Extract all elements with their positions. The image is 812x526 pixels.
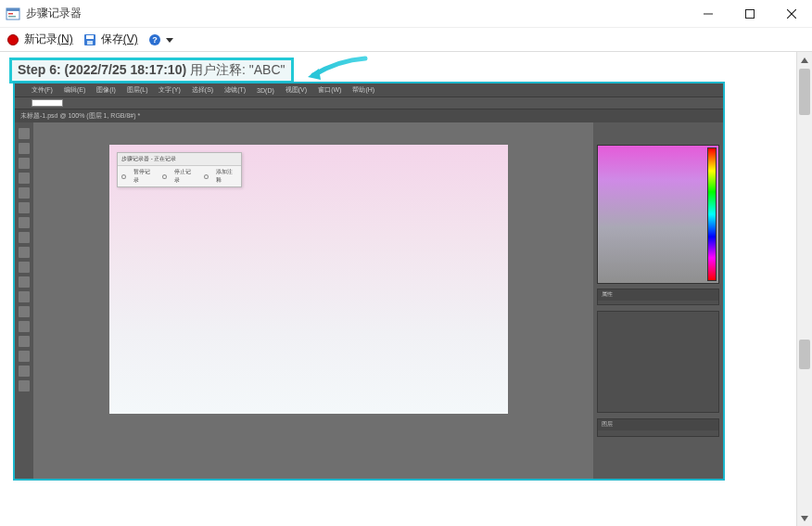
svg-rect-2: [8, 13, 13, 15]
save-button[interactable]: 保存(V): [82, 32, 138, 47]
inner-tool-icon: [19, 143, 30, 154]
step-description: 用户注释: "ABC": [190, 62, 285, 77]
inner-dialog-row: 暂停记录 停止记录 添加注释: [118, 166, 241, 186]
step-screenshot: 文件(F) 编辑(E) 图像(I) 图层(L) 文字(Y) 选择(S) 滤镜(T…: [13, 82, 725, 481]
inner-color-panel: [597, 145, 719, 284]
inner-tool-icon: [19, 232, 30, 243]
inner-menu-item: 帮助(H): [352, 85, 374, 95]
minimize-button[interactable]: [687, 0, 729, 28]
inner-toolbox: [15, 122, 33, 479]
inner-canvas: 步骤记录器 - 正在记录 暂停记录 停止记录 添加注释: [109, 145, 508, 414]
window-titlebar: 步骤记录器: [0, 0, 812, 28]
inner-menu-item: 图像(I): [96, 85, 116, 95]
inner-psr-dialog: 步骤记录器 - 正在记录 暂停记录 停止记录 添加注释: [117, 152, 242, 187]
inner-tab-strip: 未标题-1.psd @ 100% (图层 1, RGB/8#) *: [15, 109, 723, 122]
record-icon: [6, 32, 20, 47]
inner-panel-header: 属性: [598, 289, 718, 301]
scroll-up-icon[interactable]: [797, 52, 812, 68]
radio-icon: [121, 174, 126, 179]
step-timestamp: Step 6: (2022/7/25 18:17:10): [18, 62, 190, 77]
radio-icon: [204, 174, 209, 179]
svg-marker-16: [801, 516, 808, 521]
inner-panel: 属性: [597, 289, 719, 305]
inner-tool-icon: [19, 262, 30, 273]
inner-app-menubar: 文件(F) 编辑(E) 图像(I) 图层(L) 文字(Y) 选择(S) 滤镜(T…: [15, 83, 723, 96]
svg-rect-3: [8, 16, 16, 18]
inner-menu-item: 图层(L): [127, 85, 148, 95]
scroll-thumb[interactable]: [799, 340, 810, 369]
inner-tool-icon: [19, 202, 30, 213]
inner-menu-item: 文字(Y): [159, 85, 180, 95]
inner-menu-item: 滤镜(T): [224, 85, 246, 95]
inner-tool-icon: [19, 158, 30, 169]
inner-tool-icon: [19, 321, 30, 332]
inner-menu-item: 文件(F): [32, 85, 53, 95]
inner-options-bar: [15, 96, 723, 109]
inner-menu-item: 窗口(W): [318, 85, 341, 95]
svg-marker-13: [166, 38, 173, 43]
new-record-button[interactable]: 新记录(N): [6, 32, 73, 47]
svg-rect-9: [86, 35, 94, 39]
help-icon: ?: [147, 32, 162, 47]
svg-marker-14: [308, 69, 321, 80]
annotation-arrow-icon: [306, 55, 371, 83]
inner-menu-item: 3D(D): [257, 87, 274, 94]
content-area: Step 6: (2022/7/25 18:17:10) 用户注释: "ABC"…: [0, 52, 812, 526]
inner-menu-item: 编辑(E): [64, 85, 85, 95]
inner-dialog-title: 步骤记录器 - 正在记录: [118, 153, 241, 166]
help-button[interactable]: ?: [147, 32, 173, 47]
step-header: Step 6: (2022/7/25 18:17:10) 用户注释: "ABC": [9, 58, 294, 83]
inner-tool-icon: [19, 336, 30, 347]
inner-dialog-label: 暂停记录: [133, 168, 155, 185]
inner-tool-icon: [19, 187, 30, 199]
new-record-label: 新记录(N): [24, 32, 73, 47]
inner-menu-item: 选择(S): [192, 85, 213, 95]
inner-tool-icon: [19, 276, 30, 288]
close-button[interactable]: [770, 0, 812, 28]
inner-swatch: [32, 99, 63, 107]
scroll-thumb[interactable]: [799, 69, 810, 115]
inner-tool-icon: [19, 351, 30, 362]
window-controls: [687, 0, 812, 28]
svg-rect-5: [745, 9, 754, 18]
svg-rect-1: [6, 8, 19, 11]
inner-tool-icon: [19, 291, 30, 302]
inner-tool-icon: [19, 366, 30, 377]
inner-windows-taskbar: 18:16 2022/7/25: [15, 479, 723, 481]
inner-panel: 图层: [597, 418, 719, 437]
inner-tab-label: 未标题-1.psd @ 100% (图层 1, RGB/8#) *: [20, 111, 140, 121]
inner-dialog-label: 停止记录: [174, 168, 196, 185]
inner-menu-item: 视图(V): [285, 85, 307, 95]
svg-rect-10: [87, 41, 93, 45]
inner-right-panels: 属性 图层: [593, 122, 723, 479]
inner-tool-icon: [19, 128, 30, 139]
scroll-down-icon[interactable]: [797, 510, 812, 526]
inner-body: 步骤记录器 - 正在记录 暂停记录 停止记录 添加注释 属性: [15, 122, 723, 479]
inner-tool-icon: [19, 380, 30, 391]
inner-tool-icon: [19, 306, 30, 317]
toolbar: 新记录(N) 保存(V) ?: [0, 28, 812, 52]
vertical-scrollbar[interactable]: [796, 52, 812, 526]
inner-panel-header: 图层: [598, 419, 718, 430]
maximize-button[interactable]: [729, 0, 770, 28]
dropdown-icon: [166, 33, 173, 46]
save-label: 保存(V): [101, 32, 138, 47]
save-icon: [82, 32, 97, 47]
radio-icon: [162, 174, 167, 179]
inner-dialog-label: 添加注释: [216, 168, 237, 185]
inner-panel: [597, 311, 719, 413]
inner-tool-icon: [19, 173, 30, 184]
svg-text:?: ?: [152, 35, 158, 45]
inner-hue-strip: [707, 148, 717, 281]
window-title: 步骤记录器: [26, 6, 687, 21]
svg-marker-15: [801, 58, 808, 63]
inner-tool-icon: [19, 247, 30, 258]
inner-tool-icon: [19, 217, 30, 228]
taskbar-clock: 18:16 2022/7/25: [694, 480, 719, 481]
app-icon: [6, 6, 20, 21]
inner-canvas-area: 步骤记录器 - 正在记录 暂停记录 停止记录 添加注释: [33, 122, 593, 479]
